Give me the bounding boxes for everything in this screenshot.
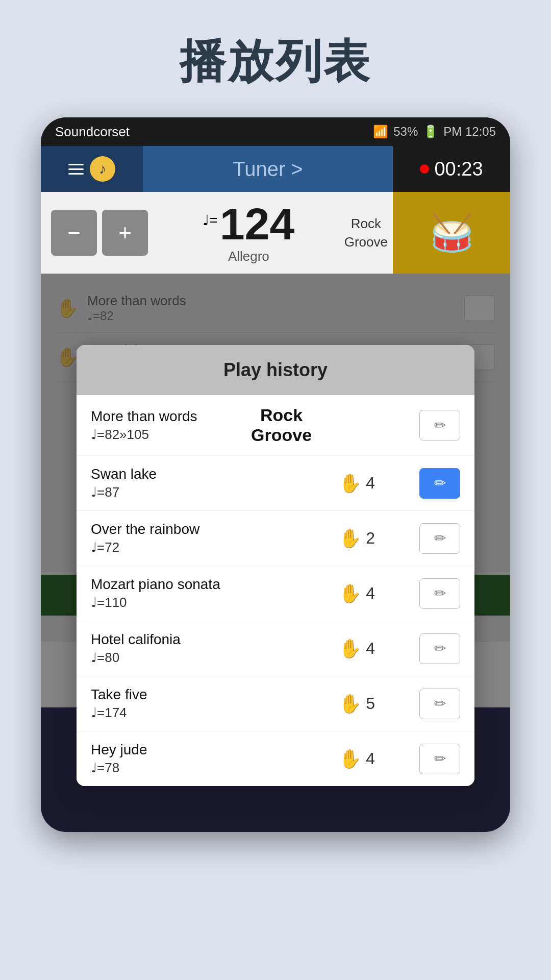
tempo-increase-button[interactable]: +: [102, 210, 148, 256]
song-info-2: Swan lake ♩=87: [91, 466, 294, 500]
song-name-4: Mozart piano sonata: [91, 576, 294, 593]
tempo-label: Allegro: [228, 249, 269, 264]
tempo-display: ♩= 124 Allegro: [158, 192, 339, 274]
history-row-1[interactable]: More than words ♩=82»105 Rock Groove ✋ ✏: [77, 395, 474, 456]
tempo-controls: − +: [41, 192, 158, 274]
hand-icon-6: ✋: [339, 693, 362, 715]
song-name-5: Hotel califonia: [91, 631, 294, 648]
clock-time: PM 12:05: [443, 125, 496, 139]
record-dot: [420, 164, 429, 174]
menu-button[interactable]: ♪: [41, 146, 143, 192]
modal-body: More than words ♩=82»105 Rock Groove ✋ ✏: [77, 395, 474, 786]
song-info-4: Mozart piano sonata ♩=110: [91, 576, 294, 610]
history-row-4[interactable]: Mozart piano sonata ♩=110 ✋ 4 ✏: [77, 566, 474, 621]
beat-count-6: 5: [366, 694, 375, 713]
beat-count-7: 4: [366, 749, 375, 768]
modal-header: Play history: [77, 345, 474, 395]
genre-line1: Rock: [351, 214, 381, 233]
song-tempo-2: ♩=87: [91, 484, 294, 500]
modal-overlay: Play history More than words ♩=82»105 Ro…: [41, 274, 510, 707]
song-tempo-7: ♩=78: [91, 760, 294, 776]
beat-count-4: 4: [366, 584, 375, 603]
edit-button-3[interactable]: ✏: [419, 523, 460, 554]
song-beat-4: ✋ 4: [303, 583, 411, 604]
pencil-icon-4: ✏: [434, 585, 446, 602]
genre-line2: Groove: [344, 233, 388, 251]
timer-value: 00:23: [434, 158, 483, 180]
hamburger-icon: [68, 164, 84, 175]
song-beat-6: ✋ 5: [303, 693, 411, 715]
hand-icon-7: ✋: [339, 748, 362, 770]
tuner-label: Tuner >: [233, 158, 303, 181]
battery-percentage: 53%: [393, 125, 418, 139]
song-info-1: More than words ♩=82»105: [91, 408, 221, 443]
phone-frame: Soundcorset 📶 53% 🔋 PM 12:05 ♪ Tuner > 0…: [41, 117, 510, 832]
pencil-icon-6: ✏: [434, 695, 446, 712]
song-name-3: Over the rainbow: [91, 521, 294, 537]
song-name-7: Hey jude: [91, 742, 294, 758]
hand-icon-2: ✋: [339, 473, 362, 494]
drum-icon-box[interactable]: 🥁: [393, 192, 510, 274]
tempo-number: 124: [220, 202, 295, 247]
song-name-2: Swan lake: [91, 466, 294, 482]
note-symbol: ♩=: [203, 212, 217, 229]
edit-button-5[interactable]: ✏: [419, 633, 460, 664]
hand-icon-4: ✋: [339, 583, 362, 604]
music-note-icon: ♪: [90, 156, 115, 182]
history-row-6[interactable]: Take five ♩=174 ✋ 5 ✏: [77, 676, 474, 731]
pencil-icon-5: ✏: [434, 640, 446, 657]
battery-icon: 🔋: [423, 125, 438, 139]
hand-icon-5: ✋: [339, 638, 362, 659]
history-row-5[interactable]: Hotel califonia ♩=80 ✋ 4 ✏: [77, 621, 474, 676]
edit-button-7[interactable]: ✏: [419, 744, 460, 774]
song-tempo-1: ♩=82»105: [91, 427, 221, 443]
status-right: 📶 53% 🔋 PM 12:05: [373, 125, 496, 139]
pencil-icon-7: ✏: [434, 750, 446, 767]
song-beat-3: ✋ 2: [303, 528, 411, 549]
tempo-section: − + ♩= 124 Allegro Rock Groove 🥁: [41, 192, 510, 274]
song-info-3: Over the rainbow ♩=72: [91, 521, 294, 555]
pencil-icon-1: ✏: [434, 417, 446, 434]
pencil-icon-3: ✏: [434, 530, 446, 547]
beat-count-2: 4: [366, 474, 375, 493]
song-beat-7: ✋ 4: [303, 748, 411, 770]
song-info-5: Hotel califonia ♩=80: [91, 631, 294, 666]
tuner-button[interactable]: Tuner >: [143, 146, 393, 192]
song-tempo-3: ♩=72: [91, 540, 294, 555]
beat-count-5: 4: [366, 639, 375, 658]
song-tempo-5: ♩=80: [91, 650, 294, 666]
song-info-7: Hey jude ♩=78: [91, 742, 294, 776]
header-bar: ♪ Tuner > 00:23: [41, 146, 510, 192]
tempo-genre: Rock Groove: [339, 192, 393, 274]
edit-button-4[interactable]: ✏: [419, 578, 460, 609]
tempo-decrease-button[interactable]: −: [51, 210, 97, 256]
history-row-3[interactable]: Over the rainbow ♩=72 ✋ 2 ✏: [77, 511, 474, 566]
play-history-modal: Play history More than words ♩=82»105 Ro…: [77, 345, 474, 786]
history-row-2[interactable]: Swan lake ♩=87 ✋ 4 ✏: [77, 456, 474, 511]
song-beat-5: ✋ 4: [303, 638, 411, 659]
timer-display: 00:23: [393, 146, 510, 192]
song-name-6: Take five: [91, 687, 294, 703]
status-bar: Soundcorset 📶 53% 🔋 PM 12:05: [41, 117, 510, 146]
edit-button-6[interactable]: ✏: [419, 689, 460, 719]
beat-count-3: 2: [366, 529, 375, 548]
song-tempo-4: ♩=110: [91, 595, 294, 610]
modal-title: Play history: [223, 359, 328, 380]
app-name: Soundcorset: [55, 124, 130, 140]
drum-icon: 🥁: [430, 212, 474, 254]
signal-icon: 📶: [373, 125, 388, 139]
song-name-1: More than words: [91, 408, 221, 425]
edit-button-2[interactable]: ✏: [419, 468, 460, 499]
song-tempo-6: ♩=174: [91, 705, 294, 721]
page-title: 播放列表: [0, 0, 551, 93]
hand-icon-3: ✋: [339, 528, 362, 549]
edit-button-1[interactable]: ✏: [419, 410, 460, 440]
song-genre-1: Rock Groove: [229, 405, 333, 445]
app-body: ✋ More than words ♩=82 ✋ Swan lake ♩=87: [41, 274, 510, 707]
song-info-6: Take five ♩=174: [91, 687, 294, 721]
pencil-icon-2: ✏: [434, 475, 446, 492]
song-beat-2: ✋ 4: [303, 473, 411, 494]
history-row-7[interactable]: Hey jude ♩=78 ✋ 4 ✏: [77, 731, 474, 786]
